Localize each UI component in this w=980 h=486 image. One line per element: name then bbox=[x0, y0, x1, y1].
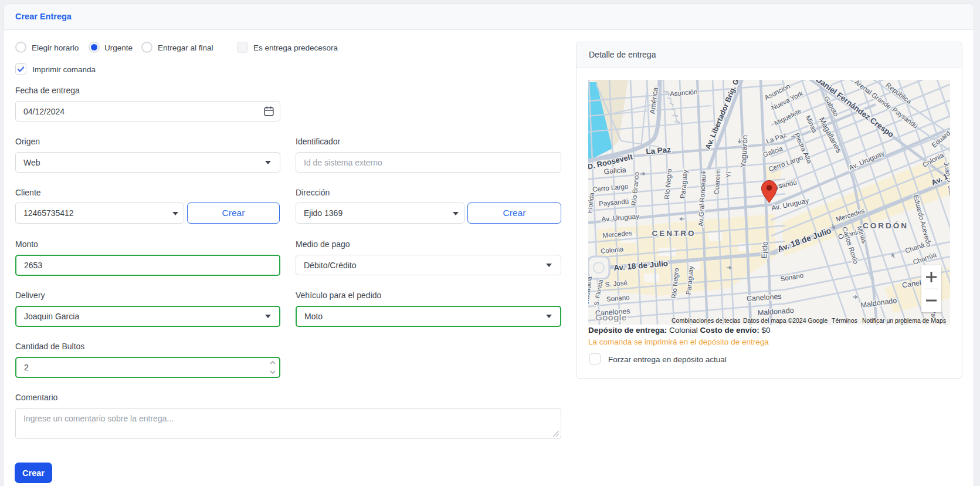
svg-text:CENTRO: CENTRO bbox=[652, 229, 696, 238]
svg-text:Yí: Yí bbox=[725, 171, 733, 178]
svg-text:Yaguarón: Yaguarón bbox=[739, 135, 750, 168]
svg-text:Datos del mapa ©2024 Google: Datos del mapa ©2024 Google bbox=[743, 317, 828, 324]
svg-text:Combinaciones de teclas: Combinaciones de teclas bbox=[672, 317, 740, 324]
svg-text:Términos: Términos bbox=[832, 317, 857, 324]
svg-text:Ejido: Ejido bbox=[759, 241, 769, 259]
svg-text:Google: Google bbox=[595, 312, 627, 322]
svg-text:Notificar un problema de Maps: Notificar un problema de Maps bbox=[862, 317, 946, 324]
svg-text:CORDÓN: CORDÓN bbox=[863, 221, 908, 230]
